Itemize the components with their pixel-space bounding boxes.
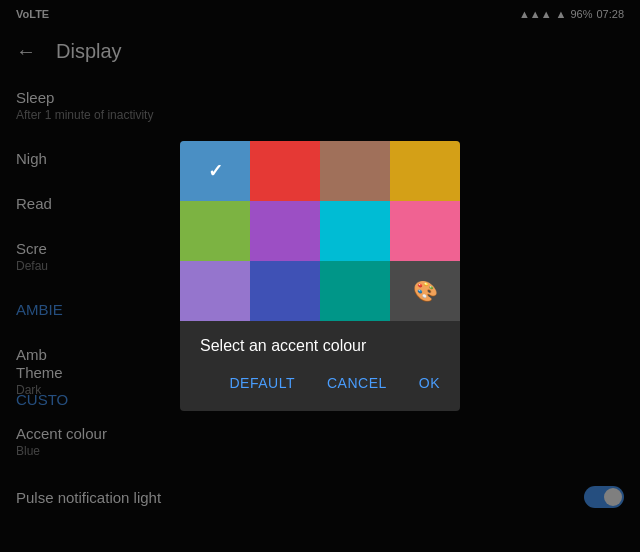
color-amber[interactable] <box>390 141 460 201</box>
color-teal[interactable] <box>320 261 390 321</box>
color-custom[interactable]: 🎨 <box>390 261 460 321</box>
color-purple[interactable] <box>250 201 320 261</box>
custom-color-icon: 🎨 <box>413 279 438 303</box>
accent-color-dialog: 🎨 Select an accent colour DEFAULT CANCEL… <box>180 141 460 411</box>
default-button[interactable]: DEFAULT <box>217 367 306 399</box>
color-blue[interactable] <box>180 141 250 201</box>
cancel-button[interactable]: CANCEL <box>315 367 399 399</box>
color-brown[interactable] <box>320 141 390 201</box>
ok-button[interactable]: OK <box>407 367 452 399</box>
color-indigo[interactable] <box>250 261 320 321</box>
color-green[interactable] <box>180 201 250 261</box>
color-lavender[interactable] <box>180 261 250 321</box>
color-grid: 🎨 <box>180 141 460 321</box>
color-red[interactable] <box>250 141 320 201</box>
color-pink[interactable] <box>390 201 460 261</box>
dialog-title-area: Select an accent colour <box>180 321 460 363</box>
dialog-actions: DEFAULT CANCEL OK <box>180 363 460 411</box>
dialog-overlay: 🎨 Select an accent colour DEFAULT CANCEL… <box>0 0 640 552</box>
color-cyan[interactable] <box>320 201 390 261</box>
dialog-title: Select an accent colour <box>200 337 440 355</box>
